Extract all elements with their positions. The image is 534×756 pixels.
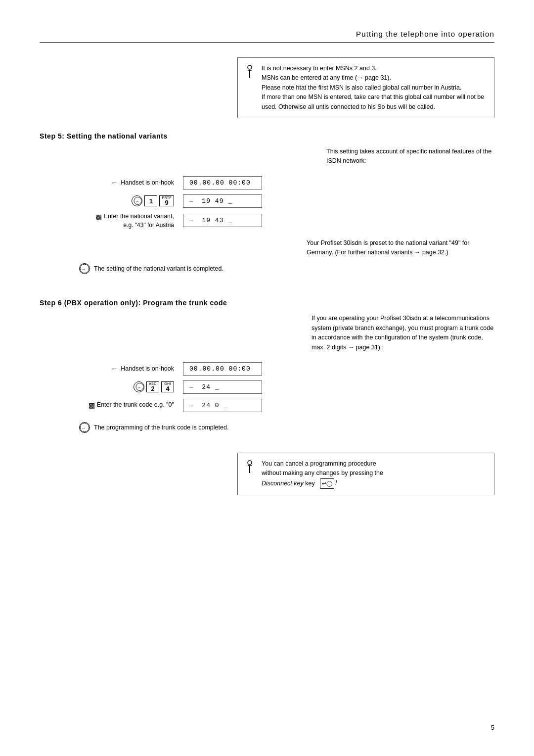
note-box-1: It is not necessary to enter MSNs 2 and …	[237, 57, 494, 118]
key-4-box: GHI 4	[161, 381, 174, 392]
step6-desc: If you are operating your Profiset 30isd…	[312, 314, 494, 352]
step5-label-2: → 1 PRTF 9	[79, 195, 183, 206]
step5-key-combo-1: → 1 PRTF 9	[132, 195, 174, 206]
phone-icon-2: ←	[111, 365, 118, 373]
note-text-2: You can cancel a programming procedure w…	[262, 459, 383, 489]
step5-desc: This setting takes account of specific n…	[326, 147, 494, 166]
step6-key-combo-1: → ABC 2 GHI 4	[134, 381, 174, 392]
step5-label-1: ← Handset is on-hook	[79, 179, 183, 187]
key-2-box: ABC 2	[146, 381, 159, 392]
page-title: Putting the telephone into operation	[356, 30, 494, 38]
step5-national-note: Your Profiset 30isdn is preset to the na…	[307, 238, 494, 258]
confirm-icon-1: →	[79, 263, 90, 274]
confirm-icon-2: →	[79, 422, 90, 433]
step6-instructions: ← Handset is on-hook 00.00.00 00:00 → AB…	[40, 362, 494, 417]
svg-text:→: →	[135, 199, 139, 204]
page-number: 5	[491, 724, 494, 731]
step5-label-3: ▩ Enter the national variant, e.g. "43" …	[79, 213, 183, 229]
page-container: Putting the telephone into operation It …	[0, 0, 534, 756]
step6-row-2: → ABC 2 GHI 4 → 24 _	[40, 380, 494, 394]
phone-icon-1: ←	[111, 179, 118, 187]
step6-row-1: ← Handset is on-hook 00.00.00 00:00	[40, 362, 494, 376]
step5-instructions: ← Handset is on-hook 00.00.00 00:00 → 1	[40, 176, 494, 234]
step6-confirm-text: The programming of the trunk code is com…	[94, 423, 228, 432]
step5-display-3: → 19 43 _	[183, 214, 262, 227]
note-box-2: You can cancel a programming procedure w…	[237, 453, 494, 495]
svg-text:→: →	[81, 267, 86, 272]
step5-confirm-row: → The setting of the national variant is…	[40, 263, 494, 274]
step6-label-2: → ABC 2 GHI 4	[79, 381, 183, 392]
step6-row-3: ▩ Enter the trunk code e.g. "0" → 24 0 _	[40, 399, 494, 412]
step5-row-2: → 1 PRTF 9 → 19 49 _	[40, 194, 494, 208]
step5-row-1: ← Handset is on-hook 00.00.00 00:00	[40, 176, 494, 189]
step6-confirm-row: → The programming of the trunk code is c…	[40, 422, 494, 433]
svg-point-0	[248, 65, 252, 69]
menu-key-icon-1: →	[132, 195, 142, 206]
svg-text:→: →	[137, 385, 141, 390]
step6-display-1: 00.00.00 00:00	[183, 362, 262, 376]
info-icon-2	[245, 460, 255, 475]
step5-display-2: → 19 49 _	[183, 194, 262, 208]
key-9-box: PRTF 9	[159, 195, 174, 206]
step6-enter-label: ▩ Enter the trunk code e.g. "0"	[89, 401, 174, 409]
keyboard-icon-1: ▩	[95, 213, 102, 221]
step5-display-1: 00.00.00 00:00	[183, 176, 262, 189]
step6-label-1: ← Handset is on-hook	[79, 365, 183, 373]
note-text-1: It is not necessary to enter MSNs 2 and …	[262, 64, 487, 112]
step5-row-3: ▩ Enter the national variant, e.g. "43" …	[40, 213, 494, 229]
disconnect-key-symbol: ↩◯	[320, 478, 334, 489]
info-icon-1	[245, 65, 255, 80]
page-header: Putting the telephone into operation	[40, 30, 494, 43]
step5-enter-label: ▩ Enter the national variant,	[95, 213, 174, 221]
step6-heading: Step 6 (PBX operation only): Program the…	[40, 299, 494, 307]
svg-text:→: →	[81, 425, 86, 430]
menu-key-icon-2: →	[134, 381, 144, 392]
step5-confirm-text: The setting of the national variant is c…	[94, 264, 223, 274]
svg-point-11	[248, 461, 252, 465]
keyboard-icon-2: ▩	[89, 401, 95, 409]
step6-display-2: → 24 _	[183, 380, 262, 394]
step6-display-3: → 24 0 _	[183, 399, 262, 412]
key-1-box: 1	[144, 195, 157, 206]
step6-label-3: ▩ Enter the trunk code e.g. "0"	[79, 401, 183, 409]
step5-heading: Step 5: Setting the national variants	[40, 132, 494, 140]
